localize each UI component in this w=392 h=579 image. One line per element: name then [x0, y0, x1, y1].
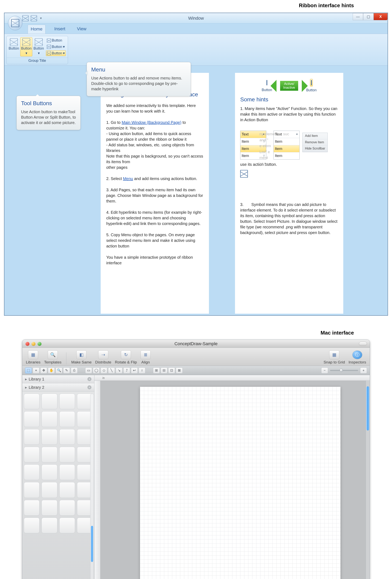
ribbon-tab-view[interactable]: View — [74, 25, 89, 34]
placeholder-icon[interactable] — [31, 15, 37, 21]
strip-tool-button[interactable]: ⊠ — [176, 367, 183, 373]
tb-make-same[interactable]: ◧Make Same — [71, 350, 91, 364]
strip-tool-button[interactable]: ⊟ — [161, 367, 168, 373]
paper-area[interactable] — [101, 381, 370, 579]
palette-shape[interactable] — [24, 447, 40, 462]
strip-tool-button[interactable]: ╲ — [108, 367, 115, 373]
strip-tool-button[interactable]: ⌖ — [33, 367, 40, 373]
palette-shape[interactable] — [42, 411, 57, 427]
tb-inspectors[interactable]: ⓘInspectors — [348, 350, 366, 364]
ribbon-tab-home[interactable]: Home — [28, 25, 46, 34]
strip-tool-button[interactable]: ↩ — [131, 367, 138, 373]
tb-snap-to-grid[interactable]: ▦Snap to Grid — [324, 350, 345, 364]
tb-align[interactable]: ≣Align — [141, 350, 151, 364]
strip-tool-button[interactable]: ◇ — [101, 367, 107, 373]
strip-tool-button[interactable]: ✋ — [48, 367, 55, 373]
palette-shape[interactable] — [59, 464, 75, 480]
link-menu[interactable]: Menu — [123, 176, 133, 181]
palette-shape[interactable] — [24, 411, 40, 427]
palette-shape[interactable] — [59, 429, 75, 445]
zoom-button[interactable] — [38, 342, 42, 346]
close-button[interactable]: X — [374, 13, 388, 20]
minimize-button[interactable]: — — [353, 13, 363, 20]
library-row[interactable]: ▸Library 2 × — [22, 383, 94, 392]
combo-item[interactable]: Item — [242, 139, 249, 144]
toolbar-toggle-pill[interactable] — [359, 342, 367, 346]
palette-shape[interactable] — [59, 411, 75, 427]
close-button[interactable] — [25, 342, 29, 346]
combo-item[interactable]: Item — [275, 153, 282, 158]
tb-libraries[interactable]: ▦Libraries — [26, 350, 41, 364]
zoom-out-button[interactable]: − — [321, 367, 328, 373]
palette-shape[interactable] — [42, 429, 57, 445]
close-icon[interactable]: × — [87, 385, 91, 389]
palette-shape[interactable] — [59, 394, 75, 409]
scrollbar[interactable] — [366, 381, 370, 579]
ribbon-big-button[interactable]: Button ▾ — [33, 37, 45, 56]
tb-templates[interactable]: 🔍Templates — [44, 350, 61, 364]
link-main-window[interactable]: Main Window (Background Page) — [122, 120, 181, 125]
palette-shape[interactable] — [42, 500, 57, 515]
strip-tool-button[interactable]: ⊡ — [168, 367, 175, 373]
ribbon-tab-insert[interactable]: Insert — [52, 25, 68, 34]
strip-tool-button[interactable]: ✥ — [40, 367, 47, 373]
strip-tool-button[interactable]: ↘ — [116, 367, 122, 373]
palette-shape[interactable] — [24, 429, 40, 445]
app-orb[interactable] — [8, 16, 22, 30]
scrollbar-thumb[interactable] — [91, 526, 93, 562]
scrollbar[interactable] — [90, 394, 94, 579]
slider-track[interactable] — [330, 370, 358, 371]
palette-shape[interactable] — [24, 518, 40, 533]
palette-shape[interactable] — [42, 464, 57, 480]
palette-shape[interactable] — [59, 447, 75, 462]
placeholder-icon[interactable] — [22, 15, 28, 21]
ribbon-mini-button[interactable]: Button ▾ — [46, 50, 66, 56]
scrollbar-thumb[interactable] — [366, 386, 369, 431]
qat-customize-caret[interactable]: ▾ — [39, 16, 43, 20]
strip-tool-button[interactable]: ⤴ — [123, 367, 130, 373]
palette-shape[interactable] — [59, 518, 75, 533]
tb-distribute[interactable]: ⇢Distribute — [95, 350, 111, 364]
ribbon-big-button[interactable]: Button ▾ — [20, 37, 32, 56]
ctx-add-item[interactable]: Add Item — [303, 133, 328, 139]
palette-shape[interactable] — [24, 394, 40, 409]
strip-tool-button[interactable]: ⊞ — [153, 367, 160, 373]
ribbon-mini-button[interactable]: Button — [46, 38, 66, 43]
strip-tool-button[interactable]: ✎ — [63, 367, 70, 373]
palette-shape[interactable] — [24, 482, 40, 498]
palette-shape[interactable] — [24, 464, 40, 480]
strip-tool-button[interactable]: ▭ — [85, 367, 92, 373]
combo-box[interactable]: Text▼ Item Item Item — [274, 131, 300, 159]
minimize-button[interactable] — [31, 342, 36, 346]
combo-item[interactable]: Item — [275, 146, 282, 151]
close-icon[interactable]: × — [87, 377, 91, 381]
combo-item[interactable]: Item — [275, 139, 282, 144]
palette-shape[interactable] — [42, 482, 57, 498]
strip-tool-button[interactable]: 🔍 — [56, 367, 62, 373]
palette-shape[interactable] — [42, 447, 57, 462]
ribbon-big-button[interactable]: Button — [8, 37, 20, 56]
zoom-slider[interactable]: − + — [321, 367, 367, 373]
ctx-hide-scrollbar[interactable]: Hide Scrollbar — [303, 145, 328, 152]
palette-shape[interactable] — [59, 500, 75, 515]
strip-tool-button[interactable]: ⎙ — [71, 367, 78, 373]
palette-shape[interactable] — [24, 500, 40, 515]
strip-tool-button[interactable]: ⬚ — [25, 367, 32, 373]
ctx-remove-item[interactable]: Remove Item — [303, 139, 328, 145]
palette-shape[interactable] — [42, 518, 57, 533]
strip-tool-button[interactable]: ◯ — [93, 367, 100, 373]
tb-rotate-flip[interactable]: ↻Rotate & Flip — [115, 350, 137, 364]
ribbon-mini-button[interactable]: Button ▾ — [46, 44, 66, 50]
slider-thumb[interactable] — [340, 369, 343, 372]
library-row[interactable]: ▸Library 1 × — [22, 375, 94, 383]
maximize-button[interactable]: ▢ — [363, 13, 374, 20]
context-menu[interactable]: Add Item Remove Item Hide Scrollbar — [302, 133, 328, 152]
combo-box[interactable]: Text▼ Item▽ Item Item▽ — [240, 131, 266, 159]
palette-shape[interactable] — [59, 482, 75, 498]
drawing-page[interactable] — [140, 387, 340, 579]
palette-shape[interactable] — [42, 394, 57, 409]
combo-item[interactable]: Item — [242, 153, 249, 158]
zoom-in-button[interactable]: + — [360, 367, 367, 373]
combo-item[interactable]: Item — [242, 146, 249, 151]
strip-tool-button[interactable]: ≀ — [139, 367, 145, 373]
